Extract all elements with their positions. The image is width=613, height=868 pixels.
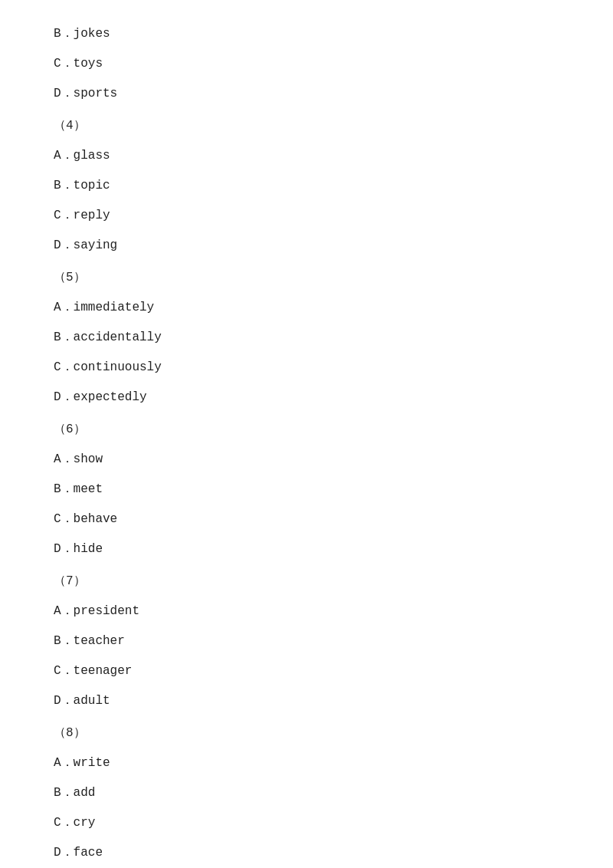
option-item: B．meet: [54, 478, 559, 501]
section-number: （7）: [54, 570, 559, 593]
option-item: D．adult: [54, 690, 559, 712]
option-item: C．behave: [54, 508, 559, 531]
option-item: D．expectedly: [54, 386, 559, 409]
option-item: C．teenager: [54, 660, 559, 682]
option-item: D．saying: [54, 235, 559, 257]
option-item: A．president: [54, 600, 559, 623]
option-item: D．face: [54, 842, 559, 864]
option-item: B．topic: [54, 175, 559, 197]
option-item: B．jokes: [54, 23, 559, 45]
option-item: B．add: [54, 782, 559, 804]
option-item: B．accidentally: [54, 327, 559, 349]
option-item: A．write: [54, 752, 559, 774]
main-content: B．jokesC．toysD．sports（4）A．glassB．topicC．…: [0, 0, 613, 868]
section-number: （8）: [54, 722, 559, 745]
option-item: C．reply: [54, 205, 559, 227]
option-item: C．toys: [54, 53, 559, 75]
option-item: C．continuously: [54, 357, 559, 379]
option-item: D．hide: [54, 538, 559, 561]
option-item: A．immediately: [54, 297, 559, 319]
option-item: D．sports: [54, 83, 559, 105]
section-number: （5）: [54, 267, 559, 289]
option-item: B．teacher: [54, 630, 559, 653]
option-item: A．glass: [54, 145, 559, 167]
section-number: （6）: [54, 419, 559, 441]
option-item: A．show: [54, 449, 559, 471]
option-item: C．cry: [54, 812, 559, 834]
section-number: （4）: [54, 115, 559, 137]
